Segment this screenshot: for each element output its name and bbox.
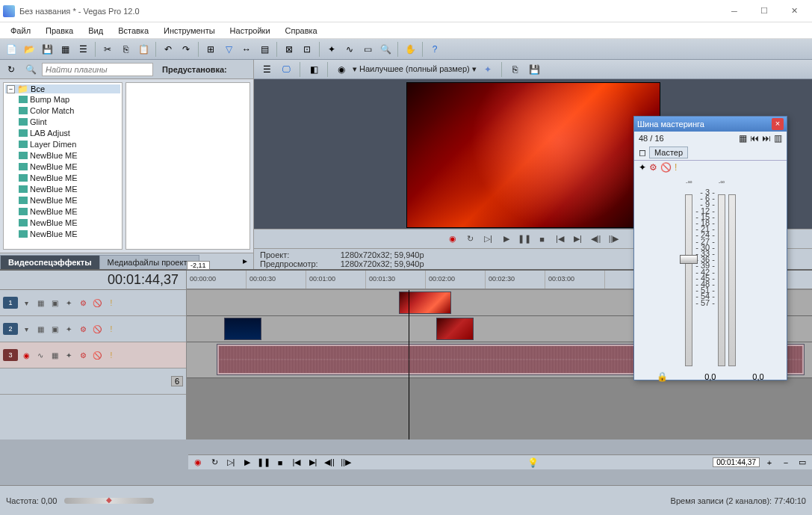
solo-icon[interactable]: ! xyxy=(105,297,117,309)
downmix-icon[interactable]: ◻ xyxy=(639,148,646,157)
scrub-control[interactable] xyxy=(64,498,154,504)
quality-label[interactable]: ▾ Наилучшее (полный размер) ▾ xyxy=(353,64,477,74)
mute-icon[interactable]: 🚫 xyxy=(91,297,103,309)
help-icon[interactable]: ? xyxy=(427,41,443,58)
plugin-tree[interactable]: −📁 Все Bump MapColor MatchGlintLAB Adjus… xyxy=(3,82,123,250)
mastering-bus-window[interactable]: Шина мастеринга × 48 / 16 ▦ ⏮ ⏭ ▥ ◻ Маст… xyxy=(633,116,787,380)
insert-bus-icon[interactable]: ▦ xyxy=(739,134,747,143)
track-level-icon[interactable]: ▾ xyxy=(20,297,32,309)
menu-edit[interactable]: Правка xyxy=(38,25,81,37)
prev-bus-icon[interactable]: ⏮ xyxy=(750,134,759,143)
tl-pause-button[interactable]: ❚❚ xyxy=(257,456,270,469)
tl-play-button[interactable]: ▶ xyxy=(241,456,254,469)
zoom-out-icon[interactable]: − xyxy=(779,456,793,469)
ripple-icon[interactable]: ↔ xyxy=(238,41,255,58)
plugin-item[interactable]: NewBlue ME xyxy=(5,228,120,239)
bus-fx-icon[interactable]: ✦ xyxy=(639,163,646,172)
group-icon[interactable]: ⊡ xyxy=(299,41,315,58)
properties-icon[interactable]: ☰ xyxy=(75,41,91,58)
track-header-video-1[interactable]: 1 ▾ ▦ ▣ ✦ ⚙ 🚫 ! xyxy=(0,290,186,316)
master-label[interactable]: Мастер xyxy=(649,147,688,158)
marker-icon[interactable]: ▽ xyxy=(220,41,237,58)
tl-timecode[interactable]: 00:01:44,37 xyxy=(713,457,760,467)
undo-icon[interactable]: ↶ xyxy=(160,41,176,58)
bus-solo-icon[interactable]: ! xyxy=(675,163,677,172)
arm-record-icon[interactable]: ◉ xyxy=(20,349,32,361)
prev-frame-button[interactable]: ◀|| xyxy=(589,232,604,247)
fader-track[interactable] xyxy=(685,194,692,366)
open-icon[interactable]: 📂 xyxy=(21,41,37,58)
save-snapshot-icon[interactable]: 💾 xyxy=(527,61,543,78)
playhead[interactable] xyxy=(409,290,409,440)
track-header-rate[interactable]: 6 xyxy=(0,368,186,395)
pan-icon[interactable]: ✋ xyxy=(402,41,418,58)
go-end-button[interactable]: ▶| xyxy=(571,232,586,247)
menu-help[interactable]: Справка xyxy=(278,25,325,37)
mastering-titlebar[interactable]: Шина мастеринга × xyxy=(634,117,787,132)
paste-icon[interactable]: 📋 xyxy=(135,41,152,58)
bypass-fx-icon[interactable]: ▦ xyxy=(34,297,46,309)
lock-fader-icon[interactable]: 🔒 xyxy=(657,372,668,381)
dim-icon[interactable]: ▥ xyxy=(774,134,782,143)
video-clip-2b[interactable] xyxy=(436,318,474,340)
master-fader[interactable] xyxy=(680,255,698,264)
close-button[interactable]: ✕ xyxy=(779,1,809,21)
next-frame-button[interactable]: ||▶ xyxy=(607,232,622,247)
video-clip-1[interactable] xyxy=(399,292,451,314)
tree-root-folder[interactable]: −📁 Все xyxy=(5,84,120,93)
envelope-icon[interactable]: ∿ xyxy=(341,41,358,58)
cut-icon[interactable]: ✂ xyxy=(99,41,116,58)
maximize-button[interactable]: ☐ xyxy=(749,1,779,21)
minimize-button[interactable]: ─ xyxy=(719,1,749,21)
redo-icon[interactable]: ↷ xyxy=(178,41,194,58)
plugin-item[interactable]: NewBlue ME xyxy=(5,161,120,172)
next-bus-icon[interactable]: ⏭ xyxy=(762,134,771,143)
copy-icon[interactable]: ⎘ xyxy=(117,41,134,58)
zoom-fit-icon[interactable]: ▭ xyxy=(796,456,809,469)
tl-go-end-button[interactable]: ▶| xyxy=(306,456,320,469)
bus-automation-icon[interactable]: ⚙ xyxy=(649,163,657,172)
copy-snapshot-icon[interactable]: ⎘ xyxy=(507,61,524,78)
mastering-close-button[interactable]: × xyxy=(772,118,784,130)
plugin-item[interactable]: NewBlue ME xyxy=(5,149,120,161)
menu-file[interactable]: Файл xyxy=(3,25,38,37)
tabs-overflow-icon[interactable]: ▸ xyxy=(237,253,253,269)
go-start-button[interactable]: |◀ xyxy=(553,232,568,247)
edit-tool-icon[interactable]: ✦ xyxy=(323,41,340,58)
bus-mute-icon[interactable]: 🚫 xyxy=(660,163,672,172)
zoom-icon[interactable]: 🔍 xyxy=(377,41,394,58)
autoripple-icon[interactable]: ▤ xyxy=(256,41,273,58)
timecode-display[interactable]: 00:01:44,37 xyxy=(108,272,179,288)
menu-tools[interactable]: Инструменты xyxy=(156,25,223,37)
tl-go-start-button[interactable]: |◀ xyxy=(290,456,303,469)
plugin-item[interactable]: Glint xyxy=(5,116,120,127)
automation-icon[interactable]: ⚙ xyxy=(77,297,89,309)
tl-prev-frame-button[interactable]: ◀|| xyxy=(323,456,336,469)
tl-loop-button[interactable]: ↻ xyxy=(208,456,221,469)
split-screen-icon[interactable]: ◧ xyxy=(306,61,322,78)
external-monitor-icon[interactable]: 🖵 xyxy=(278,61,294,78)
plugin-item[interactable]: Bump Map xyxy=(5,93,120,105)
track-motion-icon[interactable]: ▣ xyxy=(49,297,61,309)
tl-next-frame-button[interactable]: ||▶ xyxy=(339,456,353,469)
snap-icon[interactable]: ⊞ xyxy=(202,41,219,58)
tab-video-fx[interactable]: Видеоспецэффекты xyxy=(0,255,100,269)
plugin-item[interactable]: Color Match xyxy=(5,105,120,116)
plugin-search-input[interactable] xyxy=(42,63,153,76)
plugin-item[interactable]: NewBlue ME xyxy=(5,206,120,217)
record-button[interactable]: ◉ xyxy=(445,232,460,247)
select-icon[interactable]: ▭ xyxy=(359,41,376,58)
preview-quality-icon[interactable]: ◉ xyxy=(333,61,350,78)
plugin-item[interactable]: NewBlue ME xyxy=(5,172,120,183)
tl-play-start-button[interactable]: ▷| xyxy=(224,456,238,469)
video-clip-2a[interactable] xyxy=(224,318,261,340)
bulb-icon[interactable]: 💡 xyxy=(527,458,539,467)
save-icon[interactable]: 💾 xyxy=(39,41,55,58)
play-start-button[interactable]: ▷| xyxy=(481,232,496,247)
pause-button[interactable]: ❚❚ xyxy=(517,232,532,247)
plugin-item[interactable]: NewBlue ME xyxy=(5,194,120,206)
track-header-audio-3[interactable]: 3 ◉ ∿ ▦ ✦ ⚙ 🚫 ! xyxy=(0,342,186,368)
plugin-item[interactable]: NewBlue ME xyxy=(5,217,120,228)
menu-view[interactable]: Вид xyxy=(81,25,111,37)
loop-button[interactable]: ↻ xyxy=(463,232,478,247)
